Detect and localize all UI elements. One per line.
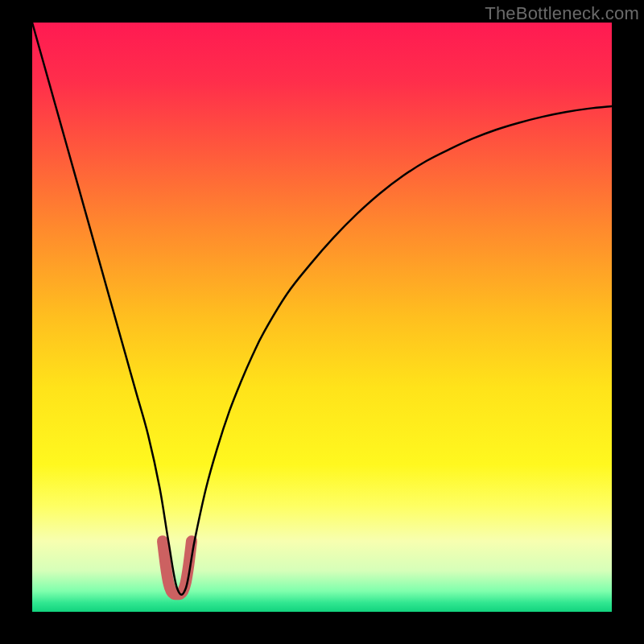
chart-frame: TheBottleneck.com [0, 0, 644, 644]
watermark-text: TheBottleneck.com [485, 3, 639, 24]
plot-area [32, 23, 612, 612]
curve-layer [32, 23, 612, 612]
bottleneck-curve-path [32, 23, 612, 595]
